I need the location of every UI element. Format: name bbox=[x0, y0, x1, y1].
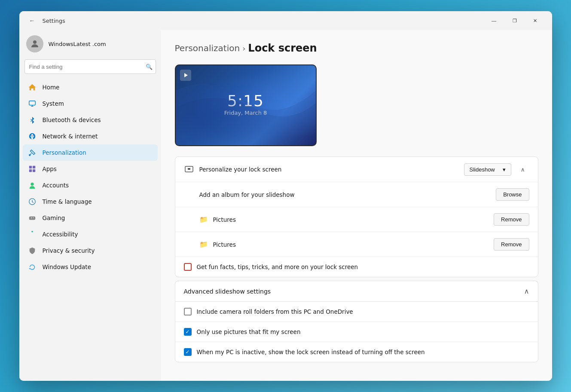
bluetooth-icon bbox=[28, 116, 37, 124]
time-icon bbox=[28, 197, 37, 206]
svg-rect-5 bbox=[29, 166, 31, 168]
close-button[interactable]: ✕ bbox=[525, 14, 545, 28]
browse-button[interactable]: Browse bbox=[496, 188, 529, 201]
gaming-icon bbox=[28, 214, 37, 222]
lockscreen-preview: 5:15 Friday, March 8 bbox=[175, 64, 317, 146]
personalize-row: Personalize your lock screen Slideshow ▾… bbox=[175, 157, 538, 182]
svg-point-15 bbox=[31, 231, 33, 233]
fit-screen-row: ✓ Only use pictures that fit my screen bbox=[175, 322, 538, 342]
inactive-lockscreen-row: ✓ When my PC is inactive, show the lock … bbox=[175, 342, 538, 362]
sidebar-item-apps[interactable]: Apps bbox=[23, 161, 158, 177]
svg-rect-1 bbox=[29, 101, 35, 105]
sidebar-item-label-accessibility: Accessibility bbox=[43, 231, 78, 238]
search-box: 🔍 bbox=[24, 59, 156, 74]
personalize-expand-button[interactable]: ∧ bbox=[516, 163, 529, 176]
advanced-collapse-icon: ∧ bbox=[524, 287, 529, 295]
fun-facts-checkbox[interactable] bbox=[184, 263, 192, 271]
svg-point-14 bbox=[33, 217, 34, 218]
sidebar-item-update[interactable]: Windows Update bbox=[23, 259, 158, 275]
accounts-icon bbox=[28, 181, 37, 190]
sidebar-item-label-network: Network & internet bbox=[43, 133, 98, 140]
sidebar-item-label-bluetooth: Bluetooth & devices bbox=[43, 116, 101, 123]
sidebar-item-system[interactable]: System bbox=[23, 95, 158, 112]
user-name: WindowsLatest .com bbox=[49, 41, 106, 47]
fit-screen-checkbox[interactable]: ✓ bbox=[184, 328, 192, 336]
sidebar-item-time[interactable]: Time & language bbox=[23, 193, 158, 210]
pictures-label-2: Pictures bbox=[213, 241, 489, 248]
sidebar-item-bluetooth[interactable]: Bluetooth & devices bbox=[23, 112, 158, 128]
camera-roll-label: Include camera roll folders from this PC… bbox=[197, 308, 353, 315]
remove-button-1[interactable]: Remove bbox=[494, 213, 529, 226]
folder-icon-2: 📁 bbox=[199, 240, 208, 248]
sidebar-item-label-personalization: Personalization bbox=[43, 149, 86, 156]
maximize-button[interactable]: ❐ bbox=[505, 14, 525, 28]
add-album-label: Add an album for your slideshow bbox=[199, 191, 491, 198]
svg-point-4 bbox=[29, 155, 30, 156]
sidebar-item-accessibility[interactable]: Accessibility bbox=[23, 226, 158, 242]
network-icon bbox=[28, 132, 37, 141]
dropdown-arrow-icon: ▾ bbox=[503, 166, 506, 173]
sidebar-item-personalization[interactable]: Personalization bbox=[23, 144, 158, 161]
apps-icon bbox=[28, 165, 37, 173]
sidebar-item-label-apps: Apps bbox=[43, 165, 57, 172]
dropdown-value: Slideshow bbox=[470, 166, 495, 173]
sidebar-item-label-home: Home bbox=[43, 84, 60, 91]
pictures-row-1: 📁 Pictures Remove bbox=[175, 207, 538, 232]
minimize-button[interactable]: — bbox=[484, 14, 504, 28]
svg-point-0 bbox=[33, 40, 37, 44]
svg-rect-7 bbox=[29, 169, 31, 172]
privacy-icon bbox=[28, 246, 37, 255]
breadcrumb-separator: › bbox=[242, 44, 245, 53]
sidebar-item-label-time: Time & language bbox=[43, 198, 92, 205]
add-album-row: Add an album for your slideshow Browse bbox=[175, 182, 538, 207]
fun-facts-row: Get fun facts, tips, tricks, and more on… bbox=[175, 257, 538, 277]
fit-screen-label: Only use pictures that fit my screen bbox=[197, 328, 301, 335]
advanced-slideshow-title: Advanced slideshow settings bbox=[184, 288, 271, 295]
sidebar-item-label-update: Windows Update bbox=[43, 263, 91, 270]
update-icon bbox=[28, 263, 37, 271]
nav-container: Home System Bluetooth & devices Network … bbox=[23, 79, 158, 275]
personalize-panel: Personalize your lock screen Slideshow ▾… bbox=[175, 156, 538, 277]
sidebar-item-label-privacy: Privacy & security bbox=[43, 247, 95, 254]
pictures-label-1: Pictures bbox=[213, 216, 489, 223]
svg-rect-8 bbox=[32, 169, 35, 172]
search-input[interactable] bbox=[24, 59, 156, 74]
window-title: Settings bbox=[43, 18, 65, 24]
personalize-dropdown[interactable]: Slideshow ▾ bbox=[464, 163, 511, 176]
inactive-lockscreen-checkbox[interactable]: ✓ bbox=[184, 348, 192, 356]
camera-roll-checkbox[interactable] bbox=[184, 308, 192, 315]
accessibility-icon bbox=[28, 230, 37, 239]
pictures-row-2: 📁 Pictures Remove bbox=[175, 232, 538, 257]
sidebar-item-label-gaming: Gaming bbox=[43, 214, 65, 221]
personalization-icon bbox=[28, 148, 37, 157]
sidebar-item-privacy[interactable]: Privacy & security bbox=[23, 242, 158, 259]
sidebar-item-label-system: System bbox=[43, 100, 64, 107]
home-icon bbox=[28, 83, 37, 92]
sidebar-item-label-accounts: Accounts bbox=[43, 182, 69, 189]
back-button[interactable]: ← bbox=[26, 15, 38, 27]
fun-facts-label: Get fun facts, tips, tricks, and more on… bbox=[197, 263, 358, 270]
advanced-slideshow-header[interactable]: Advanced slideshow settings ∧ bbox=[175, 281, 538, 301]
system-icon bbox=[28, 99, 37, 108]
sidebar: WindowsLatest .com 🔍 Home System Bluetoo… bbox=[19, 30, 161, 381]
svg-rect-6 bbox=[32, 166, 35, 168]
sidebar-item-home[interactable]: Home bbox=[23, 79, 158, 95]
sidebar-item-gaming[interactable]: Gaming bbox=[23, 210, 158, 226]
title-bar: ← Settings — ❐ ✕ bbox=[19, 11, 552, 30]
remove-button-2[interactable]: Remove bbox=[494, 238, 529, 251]
title-bar-left: ← Settings bbox=[26, 15, 65, 27]
sidebar-item-accounts[interactable]: Accounts bbox=[23, 177, 158, 193]
svg-rect-11 bbox=[29, 216, 35, 220]
breadcrumb-parent[interactable]: Personalization bbox=[175, 43, 240, 53]
breadcrumb-current: Lock screen bbox=[248, 42, 317, 54]
inactive-lockscreen-label: When my PC is inactive, show the lock sc… bbox=[197, 349, 425, 355]
svg-point-9 bbox=[31, 183, 34, 186]
advanced-panel: Include camera roll folders from this PC… bbox=[175, 301, 538, 362]
window-controls: — ❐ ✕ bbox=[484, 14, 545, 28]
svg-rect-18 bbox=[188, 168, 190, 170]
camera-roll-row: Include camera roll folders from this PC… bbox=[175, 302, 538, 322]
sidebar-item-network[interactable]: Network & internet bbox=[23, 128, 158, 144]
content-area: WindowsLatest .com 🔍 Home System Bluetoo… bbox=[19, 30, 552, 381]
avatar bbox=[26, 35, 43, 52]
user-section: WindowsLatest .com bbox=[23, 30, 158, 59]
